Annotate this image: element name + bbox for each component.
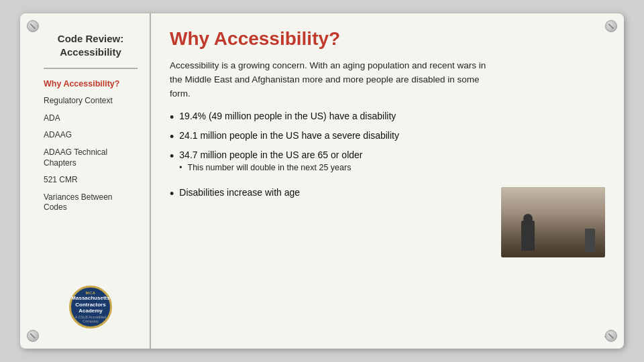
sidebar-nav: Why Accessibility? Regulatory Context AD…	[44, 78, 138, 213]
sub-bullet-list: • This number will double in the next 25…	[179, 163, 362, 172]
bullet-text-2: 24.1 million people in the US have a sev…	[179, 130, 399, 141]
sidebar-title: Code Review: Accessibility	[44, 32, 138, 58]
bullet-item-3-content: 34.7 million people in the US are 65 or …	[179, 149, 362, 175]
nav-item-variances[interactable]: Variances Between Codes	[44, 192, 138, 213]
bullet-text-3: 34.7 million people in the US are 65 or …	[179, 149, 362, 160]
logo-circle: MCA Massachusetts Contractors Academy A …	[69, 286, 112, 328]
nav-item-why-accessibility[interactable]: Why Accessibility?	[44, 78, 138, 89]
screw-top-right	[605, 20, 617, 32]
sidebar: Code Review: Accessibility Why Accessibi…	[20, 13, 151, 349]
nav-item-adaag-technical[interactable]: ADAAG Technical Chapters	[44, 147, 138, 168]
bullet-dot-1: •	[170, 111, 174, 123]
nav-item-adaag[interactable]: ADAAG	[44, 130, 138, 141]
photo-image	[501, 187, 605, 257]
last-row: • Disabilities increase with age	[170, 187, 605, 257]
nav-item-regulatory-context[interactable]: Regulatory Context	[44, 96, 138, 107]
bullet-list: • 19.4% (49 million people in the US) ha…	[170, 111, 605, 182]
screw-top-left	[27, 20, 39, 32]
last-bullet-dot: •	[170, 188, 174, 200]
sub-bullet-item-1: • This number will double in the next 25…	[179, 163, 362, 172]
logo-text-mid: Massachusetts Contractors Academy	[71, 295, 109, 314]
content-title: Why Accessibility?	[170, 28, 605, 50]
last-bullet-text: Disabilities increase with age	[179, 187, 300, 198]
sidebar-divider	[44, 68, 138, 69]
last-bullet-item: • Disabilities increase with age	[170, 187, 494, 200]
bullet-item-3: • 34.7 million people in the US are 65 o…	[170, 149, 605, 175]
bullet-dot-2: •	[170, 131, 174, 143]
bullet-dot-3: •	[170, 150, 174, 162]
bullet-item-2: • 24.1 million people in the US have a s…	[170, 130, 605, 143]
sidebar-logo: MCA Massachusetts Contractors Academy A …	[44, 286, 138, 335]
screw-bottom-left	[27, 330, 39, 342]
nav-item-521-cmr[interactable]: 521 CMR	[44, 175, 138, 186]
last-bullet-list: • Disabilities increase with age	[170, 187, 494, 200]
logo-text-bot: A CSLB Accredited Company	[71, 315, 110, 323]
bullet-text-1: 19.4% (49 million people in the US) have…	[179, 111, 396, 121]
screw-bottom-right	[605, 330, 617, 342]
last-bullets: • Disabilities increase with age	[170, 187, 494, 206]
slide: Code Review: Accessibility Why Accessibi…	[20, 13, 624, 349]
content-intro: Accessibility is a growing concern. With…	[170, 59, 492, 101]
photo-person-1	[521, 221, 535, 251]
sub-bullet-dot-1: •	[179, 164, 182, 172]
photo-person-2	[585, 229, 595, 252]
sub-bullet-text-1: This number will double in the next 25 y…	[188, 163, 352, 172]
bullet-item-1: • 19.4% (49 million people in the US) ha…	[170, 111, 605, 123]
nav-item-ada[interactable]: ADA	[44, 113, 138, 124]
content-area: Why Accessibility? Accessibility is a gr…	[151, 13, 624, 349]
